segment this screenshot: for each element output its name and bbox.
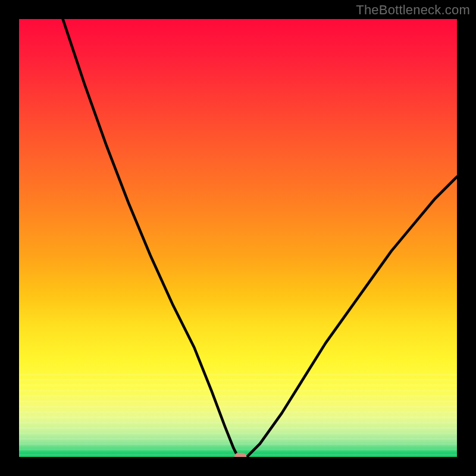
bottleneck-curve-path bbox=[63, 19, 457, 457]
attribution-text: TheBottleneck.com bbox=[356, 2, 470, 18]
chart-stage: TheBottleneck.com bbox=[0, 0, 476, 476]
plot-area bbox=[19, 19, 457, 457]
optimum-marker bbox=[234, 453, 246, 457]
bottleneck-curve bbox=[19, 19, 457, 457]
